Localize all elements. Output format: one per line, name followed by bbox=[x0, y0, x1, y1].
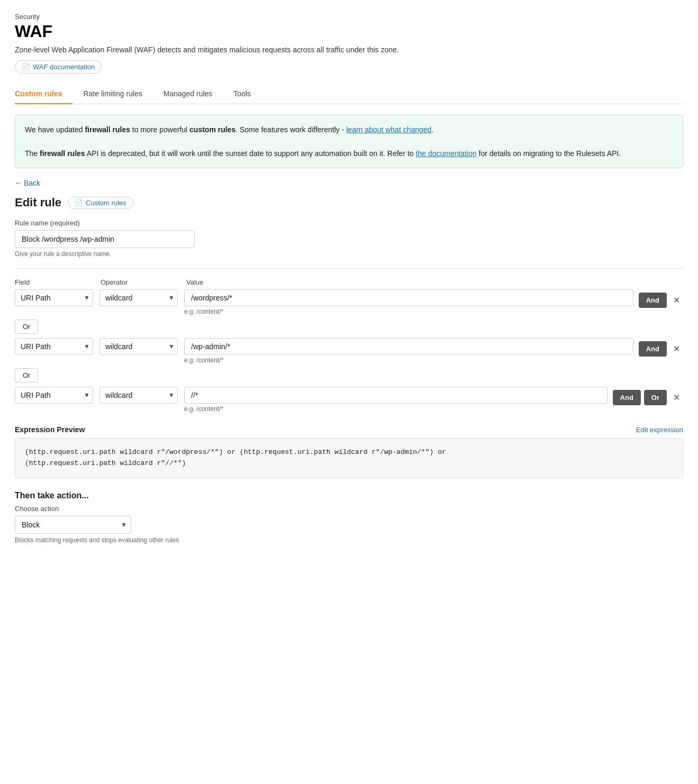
and-btn-2[interactable]: And bbox=[639, 341, 667, 357]
security-label: Security bbox=[15, 13, 683, 21]
field-select-1[interactable]: URI Path URI Full Hostname IP Source Add… bbox=[15, 289, 93, 306]
field-col-header: Field bbox=[15, 278, 94, 286]
and-btn-1[interactable]: And bbox=[639, 293, 667, 308]
or-button-1[interactable]: Or bbox=[15, 320, 38, 334]
field-select-3[interactable]: URI Path URI Full Hostname bbox=[15, 387, 93, 404]
notice-bold2: custom rules bbox=[189, 125, 235, 134]
row-3-actions: And Or ✕ bbox=[613, 387, 683, 405]
badge-icon: 📄 bbox=[75, 199, 83, 207]
rule-row-3: URI Path URI Full Hostname ▼ wildcard eq… bbox=[15, 387, 683, 413]
tab-bar: Custom rules Rate limiting rules Managed… bbox=[15, 84, 683, 104]
action-select[interactable]: Block Allow Log Bypass Managed Challenge… bbox=[15, 516, 131, 534]
rule-row-2: URI Path URI Full Hostname IP Source Add… bbox=[15, 338, 683, 364]
close-btn-2[interactable]: ✕ bbox=[670, 342, 683, 356]
notice-bold1: firewall rules bbox=[85, 125, 130, 134]
tab-tools[interactable]: Tools bbox=[223, 84, 261, 104]
value-wrap-3: e.g. /content/* bbox=[184, 387, 608, 413]
learn-changed-link[interactable]: learn about what changed bbox=[346, 125, 431, 134]
row-1-actions: And ✕ bbox=[639, 289, 683, 308]
operator-select-1[interactable]: wildcard equals contains matches regex bbox=[99, 289, 178, 306]
close-btn-1[interactable]: ✕ bbox=[670, 293, 683, 307]
operator-select-3[interactable]: wildcard equals contains bbox=[99, 387, 178, 404]
fields-header: Field Operator Value bbox=[15, 278, 683, 286]
value-col-header: Value bbox=[186, 278, 683, 286]
divider bbox=[15, 268, 683, 269]
expression-title: Expression Preview bbox=[15, 425, 85, 434]
action-hint: Blocks matching requests and stops evalu… bbox=[15, 536, 683, 544]
action-title: Then take action... bbox=[15, 491, 683, 500]
value-hint-1: e.g. /content/* bbox=[184, 308, 633, 315]
operator-col-header: Operator bbox=[101, 278, 180, 286]
expression-preview: (http.request.uri.path wildcard r"/wordp… bbox=[15, 438, 683, 478]
field-select-wrap-2: URI Path URI Full Hostname IP Source Add… bbox=[15, 338, 94, 355]
page-title: WAF bbox=[15, 22, 683, 41]
edit-rule-header: Edit rule 📄 Custom rules bbox=[15, 196, 683, 209]
operator-select-wrap-2: wildcard equals contains ▼ bbox=[99, 338, 179, 355]
back-link[interactable]: ← Back bbox=[15, 179, 40, 187]
close-btn-3[interactable]: ✕ bbox=[670, 390, 683, 405]
value-wrap-1: e.g. /content/* bbox=[184, 289, 633, 315]
value-hint-2: e.g. /content/* bbox=[184, 357, 633, 364]
operator-select-2[interactable]: wildcard equals contains bbox=[99, 338, 178, 355]
field-select-wrap-3: URI Path URI Full Hostname ▼ bbox=[15, 387, 94, 404]
action-select-wrap: Block Allow Log Bypass Managed Challenge… bbox=[15, 516, 131, 534]
custom-rules-badge[interactable]: 📄 Custom rules bbox=[68, 197, 133, 209]
row-2-actions: And ✕ bbox=[639, 338, 683, 357]
or-row-2: Or bbox=[15, 368, 683, 382]
operator-select-wrap-1: wildcard equals contains matches regex ▼ bbox=[99, 289, 179, 306]
action-section: Then take action... Choose action Block … bbox=[15, 491, 683, 544]
rule-name-hint: Give your rule a descriptive name. bbox=[15, 250, 683, 258]
edit-expression-link[interactable]: Edit expression bbox=[636, 426, 683, 434]
rule-name-section: Rule name (required) Give your rule a de… bbox=[15, 219, 683, 258]
notice-box: We have updated firewall rules to more p… bbox=[15, 115, 683, 168]
expression-header: Expression Preview Edit expression bbox=[15, 425, 683, 434]
rule-name-label: Rule name (required) bbox=[15, 219, 683, 227]
notice-bold3: firewall rules bbox=[40, 149, 85, 158]
tab-managed-rules[interactable]: Managed rules bbox=[153, 84, 223, 104]
and-btn-3[interactable]: And bbox=[613, 390, 641, 405]
field-select-2[interactable]: URI Path URI Full Hostname IP Source Add… bbox=[15, 338, 93, 355]
value-input-3[interactable] bbox=[184, 387, 608, 404]
operator-select-wrap-3: wildcard equals contains ▼ bbox=[99, 387, 179, 404]
back-arrow-icon: ← bbox=[15, 179, 22, 187]
or-btn-inline-3[interactable]: Or bbox=[644, 390, 667, 405]
action-label: Choose action bbox=[15, 505, 683, 513]
or-row-1: Or bbox=[15, 320, 683, 334]
edit-rule-title: Edit rule bbox=[15, 196, 61, 209]
documentation-link[interactable]: the documentation bbox=[416, 149, 477, 158]
value-input-2[interactable] bbox=[184, 338, 633, 355]
doc-icon: 📄 bbox=[22, 63, 30, 71]
waf-doc-link[interactable]: 📄 WAF documentation bbox=[15, 60, 102, 74]
value-wrap-2: e.g. /content/* bbox=[184, 338, 633, 364]
rule-name-input[interactable] bbox=[15, 230, 195, 248]
tab-rate-limiting[interactable]: Rate limiting rules bbox=[72, 84, 152, 104]
rule-row-1: URI Path URI Full Hostname IP Source Add… bbox=[15, 289, 683, 315]
notice-line1-pre: We have updated bbox=[25, 125, 85, 134]
page-description: Zone-level Web Application Firewall (WAF… bbox=[15, 45, 683, 54]
value-input-1[interactable] bbox=[184, 289, 633, 306]
field-select-wrap-1: URI Path URI Full Hostname IP Source Add… bbox=[15, 289, 94, 306]
value-hint-3: e.g. /content/* bbox=[184, 405, 608, 413]
expression-section: Expression Preview Edit expression (http… bbox=[15, 425, 683, 478]
tab-custom-rules[interactable]: Custom rules bbox=[15, 84, 72, 104]
or-button-2[interactable]: Or bbox=[15, 368, 38, 382]
